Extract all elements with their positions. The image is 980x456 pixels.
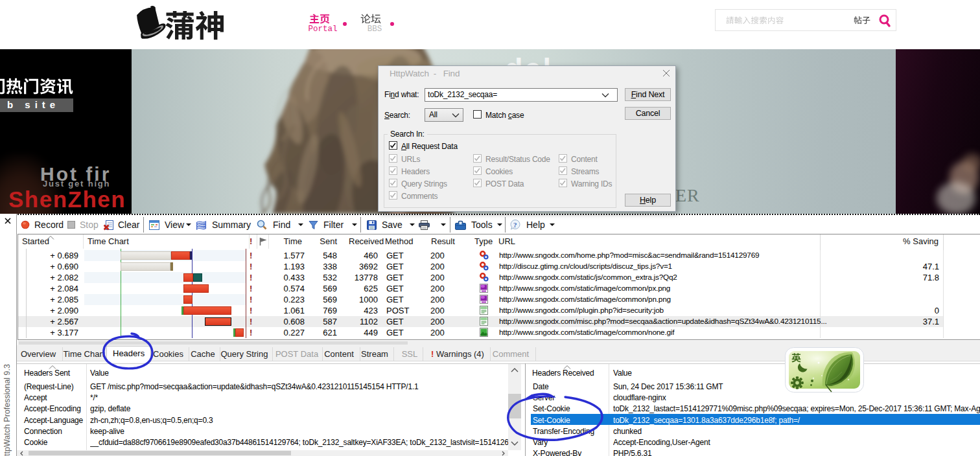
svg-text:?: ?	[513, 221, 517, 229]
